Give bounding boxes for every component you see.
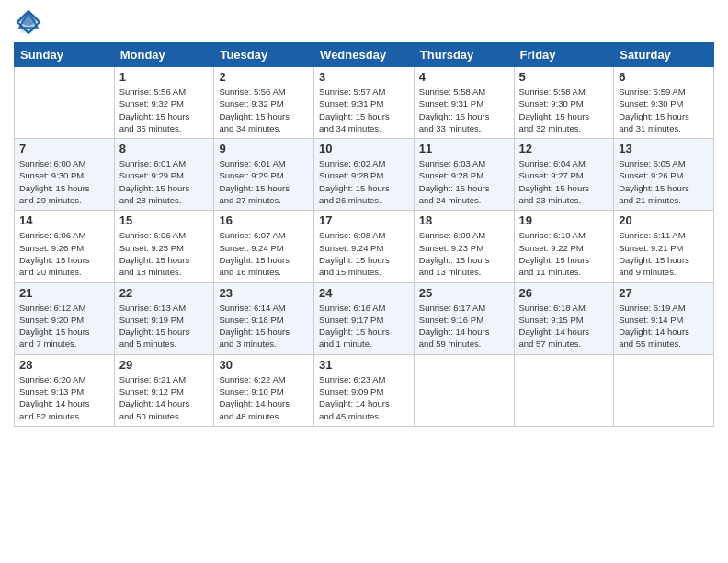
day-cell: 1Sunrise: 5:56 AMSunset: 9:32 PMDaylight…	[114, 67, 214, 139]
day-info: Sunrise: 5:56 AMSunset: 9:32 PMDaylight:…	[119, 86, 210, 134]
day-cell: 11Sunrise: 6:03 AMSunset: 9:28 PMDayligh…	[414, 139, 514, 211]
page: SundayMondayTuesdayWednesdayThursdayFrid…	[0, 0, 728, 563]
day-number: 27	[619, 286, 709, 300]
day-number: 11	[419, 142, 509, 155]
day-number: 13	[619, 142, 709, 155]
day-number: 6	[619, 70, 709, 84]
weekday-header-row: SundayMondayTuesdayWednesdayThursdayFrid…	[15, 43, 714, 67]
day-number: 25	[419, 286, 509, 300]
day-info: Sunrise: 5:56 AMSunset: 9:32 PMDaylight:…	[219, 86, 309, 134]
day-cell: 22Sunrise: 6:13 AMSunset: 9:19 PMDayligh…	[114, 282, 214, 354]
day-cell: 9Sunrise: 6:01 AMSunset: 9:29 PMDaylight…	[214, 139, 314, 211]
day-cell: 13Sunrise: 6:05 AMSunset: 9:26 PMDayligh…	[614, 139, 714, 211]
day-info: Sunrise: 6:08 AMSunset: 9:24 PMDaylight:…	[319, 229, 409, 278]
day-number: 24	[319, 286, 409, 300]
day-info: Sunrise: 6:10 AMSunset: 9:22 PMDaylight:…	[519, 229, 609, 278]
day-number: 21	[19, 286, 109, 300]
day-info: Sunrise: 6:14 AMSunset: 9:18 PMDaylight:…	[219, 302, 309, 350]
day-number: 26	[519, 286, 609, 300]
day-info: Sunrise: 6:13 AMSunset: 9:19 PMDaylight:…	[119, 302, 210, 350]
day-info: Sunrise: 6:02 AMSunset: 9:28 PMDaylight:…	[319, 157, 409, 206]
day-info: Sunrise: 6:01 AMSunset: 9:29 PMDaylight:…	[119, 157, 210, 206]
day-number: 17	[319, 213, 409, 227]
day-info: Sunrise: 6:00 AMSunset: 9:30 PMDaylight:…	[19, 157, 109, 206]
day-cell: 15Sunrise: 6:06 AMSunset: 9:25 PMDayligh…	[114, 211, 214, 282]
week-row-3: 14Sunrise: 6:06 AMSunset: 9:26 PMDayligh…	[15, 211, 714, 282]
day-cell: 25Sunrise: 6:17 AMSunset: 9:16 PMDayligh…	[414, 282, 514, 354]
calendar: SundayMondayTuesdayWednesdayThursdayFrid…	[14, 42, 714, 427]
day-cell	[514, 354, 614, 426]
day-cell: 24Sunrise: 6:16 AMSunset: 9:17 PMDayligh…	[314, 282, 415, 354]
day-number: 8	[119, 142, 210, 155]
day-info: Sunrise: 6:23 AMSunset: 9:09 PMDaylight:…	[319, 373, 409, 422]
weekday-header-saturday: Saturday	[614, 43, 714, 67]
day-info: Sunrise: 6:22 AMSunset: 9:10 PMDaylight:…	[219, 373, 309, 422]
day-number: 31	[319, 358, 409, 372]
day-info: Sunrise: 6:06 AMSunset: 9:25 PMDaylight:…	[119, 229, 210, 278]
day-info: Sunrise: 6:06 AMSunset: 9:26 PMDaylight:…	[19, 229, 109, 278]
day-cell	[414, 354, 514, 426]
day-cell: 29Sunrise: 6:21 AMSunset: 9:12 PMDayligh…	[114, 354, 214, 426]
day-cell: 30Sunrise: 6:22 AMSunset: 9:10 PMDayligh…	[214, 354, 314, 426]
day-info: Sunrise: 6:12 AMSunset: 9:20 PMDaylight:…	[19, 302, 109, 350]
day-number: 12	[519, 142, 609, 155]
day-cell: 21Sunrise: 6:12 AMSunset: 9:20 PMDayligh…	[15, 282, 115, 354]
logo-icon	[16, 9, 41, 35]
day-number: 4	[419, 70, 509, 84]
day-info: Sunrise: 6:07 AMSunset: 9:24 PMDaylight:…	[219, 229, 309, 278]
day-info: Sunrise: 6:16 AMSunset: 9:17 PMDaylight:…	[319, 302, 409, 350]
day-cell: 10Sunrise: 6:02 AMSunset: 9:28 PMDayligh…	[314, 139, 415, 211]
day-cell: 20Sunrise: 6:11 AMSunset: 9:21 PMDayligh…	[614, 211, 714, 282]
day-cell: 16Sunrise: 6:07 AMSunset: 9:24 PMDayligh…	[214, 211, 314, 282]
day-cell	[614, 354, 714, 426]
day-number: 2	[219, 70, 309, 84]
weekday-header-monday: Monday	[114, 43, 214, 67]
day-number: 28	[19, 358, 109, 372]
day-info: Sunrise: 6:03 AMSunset: 9:28 PMDaylight:…	[419, 157, 509, 206]
day-number: 29	[119, 358, 210, 372]
day-number: 15	[119, 213, 210, 227]
day-cell: 4Sunrise: 5:58 AMSunset: 9:31 PMDaylight…	[414, 67, 514, 139]
day-number: 10	[319, 142, 409, 155]
day-info: Sunrise: 6:18 AMSunset: 9:15 PMDaylight:…	[519, 302, 609, 350]
day-cell: 8Sunrise: 6:01 AMSunset: 9:29 PMDaylight…	[114, 139, 214, 211]
weekday-header-wednesday: Wednesday	[314, 43, 415, 67]
day-info: Sunrise: 6:05 AMSunset: 9:26 PMDaylight:…	[619, 157, 709, 206]
day-number: 5	[519, 70, 609, 84]
day-number: 9	[219, 142, 309, 155]
header	[14, 9, 714, 35]
week-row-1: 1Sunrise: 5:56 AMSunset: 9:32 PMDaylight…	[15, 67, 714, 139]
day-info: Sunrise: 6:21 AMSunset: 9:12 PMDaylight:…	[119, 373, 210, 422]
day-cell: 17Sunrise: 6:08 AMSunset: 9:24 PMDayligh…	[314, 211, 415, 282]
day-number: 30	[219, 358, 309, 372]
day-number: 16	[219, 213, 309, 227]
weekday-header-sunday: Sunday	[15, 43, 115, 67]
day-cell	[15, 67, 115, 139]
day-cell: 31Sunrise: 6:23 AMSunset: 9:09 PMDayligh…	[314, 354, 415, 426]
day-info: Sunrise: 6:09 AMSunset: 9:23 PMDaylight:…	[419, 229, 509, 278]
week-row-4: 21Sunrise: 6:12 AMSunset: 9:20 PMDayligh…	[15, 282, 714, 354]
day-cell: 28Sunrise: 6:20 AMSunset: 9:13 PMDayligh…	[15, 354, 115, 426]
day-number: 7	[19, 142, 109, 155]
day-number: 14	[19, 213, 109, 227]
week-row-5: 28Sunrise: 6:20 AMSunset: 9:13 PMDayligh…	[15, 354, 714, 426]
day-info: Sunrise: 5:59 AMSunset: 9:30 PMDaylight:…	[619, 86, 709, 134]
day-number: 22	[119, 286, 210, 300]
day-number: 23	[219, 286, 309, 300]
day-cell: 7Sunrise: 6:00 AMSunset: 9:30 PMDaylight…	[15, 139, 115, 211]
day-cell: 12Sunrise: 6:04 AMSunset: 9:27 PMDayligh…	[514, 139, 614, 211]
day-number: 3	[319, 70, 409, 84]
day-info: Sunrise: 6:20 AMSunset: 9:13 PMDaylight:…	[19, 373, 109, 422]
day-info: Sunrise: 6:01 AMSunset: 9:29 PMDaylight:…	[219, 157, 309, 206]
day-cell: 2Sunrise: 5:56 AMSunset: 9:32 PMDaylight…	[214, 67, 314, 139]
day-info: Sunrise: 6:04 AMSunset: 9:27 PMDaylight:…	[519, 157, 609, 206]
day-cell: 3Sunrise: 5:57 AMSunset: 9:31 PMDaylight…	[314, 67, 415, 139]
day-cell: 23Sunrise: 6:14 AMSunset: 9:18 PMDayligh…	[214, 282, 314, 354]
day-info: Sunrise: 5:57 AMSunset: 9:31 PMDaylight:…	[319, 86, 409, 134]
day-info: Sunrise: 5:58 AMSunset: 9:30 PMDaylight:…	[519, 86, 609, 134]
day-cell: 27Sunrise: 6:19 AMSunset: 9:14 PMDayligh…	[614, 282, 714, 354]
weekday-header-tuesday: Tuesday	[214, 43, 314, 67]
day-number: 19	[519, 213, 609, 227]
day-cell: 18Sunrise: 6:09 AMSunset: 9:23 PMDayligh…	[414, 211, 514, 282]
day-info: Sunrise: 6:19 AMSunset: 9:14 PMDaylight:…	[619, 302, 709, 350]
